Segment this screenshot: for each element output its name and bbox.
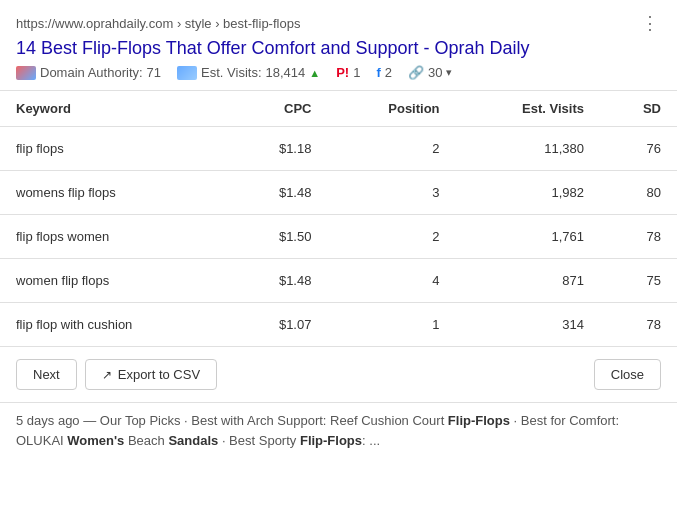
cell-sd: 76 xyxy=(600,127,677,171)
col-header-sd: SD xyxy=(600,91,677,127)
cell-keyword: womens flip flops xyxy=(0,171,228,215)
cell-sd: 78 xyxy=(600,215,677,259)
table-row: flip flops $1.18 2 11,380 76 xyxy=(0,127,677,171)
visits-label: Est. Visits: xyxy=(201,65,261,80)
facebook-icon: f xyxy=(376,65,380,80)
domain-authority-metric: Domain Authority: 71 xyxy=(16,65,161,80)
pinterest-count: 1 xyxy=(353,65,360,80)
cell-position: 4 xyxy=(327,259,455,303)
visits-value: 18,414 xyxy=(266,65,306,80)
cell-cpc: $1.07 xyxy=(228,303,327,347)
cell-est-visits: 1,982 xyxy=(456,171,600,215)
cell-position: 3 xyxy=(327,171,455,215)
facebook-metric: f 2 xyxy=(376,65,392,80)
links-icon: 🔗 xyxy=(408,65,424,80)
table-row: flip flop with cushion $1.07 1 314 78 xyxy=(0,303,677,347)
cell-sd: 78 xyxy=(600,303,677,347)
facebook-count: 2 xyxy=(385,65,392,80)
cell-keyword: women flip flops xyxy=(0,259,228,303)
cell-est-visits: 314 xyxy=(456,303,600,347)
pinterest-icon: P! xyxy=(336,65,349,80)
cell-keyword: flip flop with cushion xyxy=(0,303,228,347)
col-header-position: Position xyxy=(327,91,455,127)
cell-position: 2 xyxy=(327,127,455,171)
close-button[interactable]: Close xyxy=(594,359,661,390)
cell-est-visits: 1,761 xyxy=(456,215,600,259)
metrics-bar: Domain Authority: 71 Est. Visits: 18,414… xyxy=(16,65,661,80)
url-text: https://www.oprahdaily.com › style › bes… xyxy=(16,16,300,31)
cell-sd: 75 xyxy=(600,259,677,303)
pinterest-metric: P! 1 xyxy=(336,65,360,80)
actions-left: Next ↗ Export to CSV xyxy=(16,359,217,390)
visits-icon xyxy=(177,66,197,80)
snippet-text: 5 days ago — Our Top Picks · Best with A… xyxy=(0,403,677,462)
next-button[interactable]: Next xyxy=(16,359,77,390)
da-icon xyxy=(16,66,36,80)
table-row: womens flip flops $1.48 3 1,982 80 xyxy=(0,171,677,215)
page-title[interactable]: 14 Best Flip-Flops That Offer Comfort an… xyxy=(16,38,661,59)
est-visits-metric: Est. Visits: 18,414 ▲ xyxy=(177,65,320,80)
cell-position: 1 xyxy=(327,303,455,347)
cell-cpc: $1.48 xyxy=(228,171,327,215)
cell-cpc: $1.48 xyxy=(228,259,327,303)
table-row: flip flops women $1.50 2 1,761 78 xyxy=(0,215,677,259)
cell-est-visits: 11,380 xyxy=(456,127,600,171)
export-label: Export to CSV xyxy=(118,367,200,382)
cell-position: 2 xyxy=(327,215,455,259)
down-arrow-icon: ▾ xyxy=(446,66,452,79)
up-arrow-icon: ▲ xyxy=(309,67,320,79)
links-count: 30 xyxy=(428,65,442,80)
more-options-icon[interactable]: ⋮ xyxy=(641,12,661,34)
cell-est-visits: 871 xyxy=(456,259,600,303)
cell-keyword: flip flops xyxy=(0,127,228,171)
cell-sd: 80 xyxy=(600,171,677,215)
col-header-cpc: CPC xyxy=(228,91,327,127)
cell-keyword: flip flops women xyxy=(0,215,228,259)
actions-bar: Next ↗ Export to CSV Close xyxy=(0,347,677,402)
table-header-row: Keyword CPC Position Est. Visits SD xyxy=(0,91,677,127)
cell-cpc: $1.50 xyxy=(228,215,327,259)
da-value: 71 xyxy=(147,65,161,80)
da-label: Domain Authority: xyxy=(40,65,143,80)
url-bar: https://www.oprahdaily.com › style › bes… xyxy=(16,12,661,34)
cell-cpc: $1.18 xyxy=(228,127,327,171)
table-row: women flip flops $1.48 4 871 75 xyxy=(0,259,677,303)
links-metric: 🔗 30 ▾ xyxy=(408,65,452,80)
export-icon: ↗ xyxy=(102,368,112,382)
col-header-keyword: Keyword xyxy=(0,91,228,127)
col-header-est-visits: Est. Visits xyxy=(456,91,600,127)
keywords-table: Keyword CPC Position Est. Visits SD flip… xyxy=(0,91,677,347)
export-button[interactable]: ↗ Export to CSV xyxy=(85,359,217,390)
